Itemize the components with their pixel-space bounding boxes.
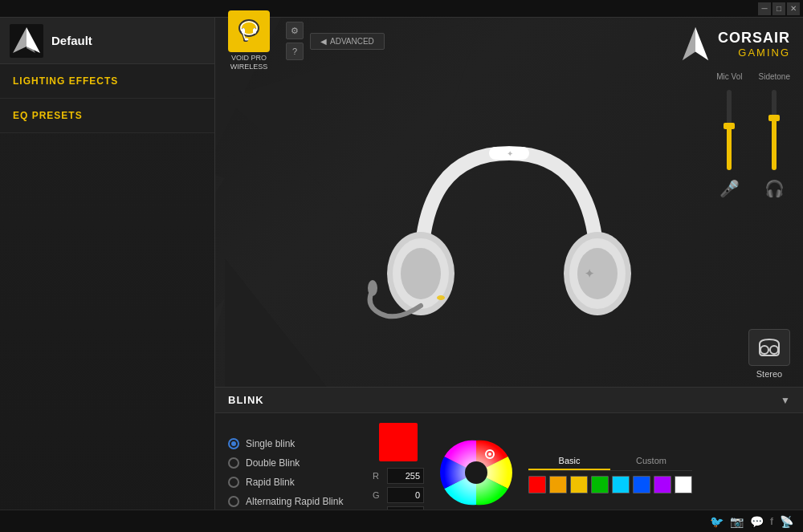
volume-controls: Mic Vol 🎤 Sidetone <box>716 72 790 198</box>
sidetone-track[interactable] <box>772 90 777 170</box>
device-tab-void-pro[interactable]: VOID PRO WIRELESS <box>228 10 270 71</box>
swatch-1[interactable] <box>549 476 567 493</box>
twitter-icon[interactable]: 🐦 <box>710 515 724 528</box>
g-input[interactable] <box>387 487 424 503</box>
title-bar: ─ □ ✕ <box>0 0 803 18</box>
radio-label-alternating: Alternating Rapid Blink <box>246 496 343 507</box>
blink-title: BLINK <box>228 394 264 406</box>
radio-rapid-blink[interactable]: Rapid Blink <box>228 477 357 488</box>
blink-options: Single blink Double Blink Rapid Blink Al… <box>228 423 357 522</box>
radio-label-rapid: Rapid Blink <box>246 477 295 488</box>
color-swatches <box>528 476 692 493</box>
svg-point-29 <box>368 280 377 296</box>
svg-point-39 <box>488 453 491 456</box>
r-label: R <box>373 471 382 481</box>
device-logo <box>10 24 43 58</box>
sidetone-handle[interactable] <box>768 115 780 121</box>
blink-header[interactable]: BLINK ▼ <box>215 388 803 413</box>
corsair-logo-text: CORSAIR GAMING <box>718 30 790 59</box>
sidebar: Default LIGHTING EFFECTS EQ PRESETS <box>0 18 215 532</box>
audio-mode-label: Stereo <box>756 369 782 379</box>
svg-point-32 <box>437 295 445 300</box>
lighting-effects-header[interactable]: LIGHTING EFFECTS <box>0 64 214 98</box>
help-button[interactable]: ? <box>286 43 304 60</box>
sidebar-section-lighting: LIGHTING EFFECTS <box>0 64 214 99</box>
device-tab-label: VOID PRO WIRELESS <box>230 54 268 71</box>
maximize-button[interactable]: □ <box>772 2 785 15</box>
sidetone-fill <box>772 118 777 170</box>
sidetone-label: Sidetone <box>759 72 790 81</box>
mic-vol-label: Mic Vol <box>716 72 742 81</box>
tab-custom[interactable]: Custom <box>610 453 692 470</box>
radio-double-blink[interactable]: Double Blink <box>228 457 357 469</box>
advanced-arrow: ◀ <box>320 37 327 46</box>
radio-circle-alternating <box>228 496 239 507</box>
instagram-icon[interactable]: 📷 <box>730 515 744 528</box>
radio-single-blink[interactable]: Single blink <box>228 438 357 449</box>
main-content: ✦ ✦ Mic Vol <box>215 64 803 532</box>
close-button[interactable]: ✕ <box>787 2 800 15</box>
svg-rect-17 <box>253 28 256 34</box>
sidebar-section-eq: EQ PRESETS <box>0 99 214 133</box>
toolbar-icons: ⚙ ? <box>286 22 304 60</box>
svg-text:✦: ✦ <box>507 149 513 158</box>
svg-rect-16 <box>242 28 245 34</box>
sidetone-control: Sidetone 🎧 <box>759 72 790 198</box>
app-container: Default LIGHTING EFFECTS EQ PRESETS <box>0 18 803 532</box>
swatch-6[interactable] <box>654 476 671 493</box>
svg-point-33 <box>760 346 768 354</box>
g-label: G <box>373 490 382 500</box>
audio-mode-button[interactable]: Stereo <box>748 329 790 379</box>
social-bar: 🐦 📷 💬 f 📡 <box>0 510 803 532</box>
device-tab-icon <box>228 10 270 52</box>
blink-dropdown-arrow: ▼ <box>781 395 790 406</box>
swatch-2[interactable] <box>570 476 588 493</box>
rgb-row-g: G <box>373 487 424 503</box>
radio-circle-single <box>228 438 239 449</box>
mic-icon: 🎤 <box>719 179 740 198</box>
radio-circle-double <box>228 457 239 469</box>
mic-vol-handle[interactable] <box>724 123 735 129</box>
feed-icon[interactable]: 📡 <box>780 515 793 528</box>
mic-vol-track[interactable] <box>727 90 732 170</box>
swatch-7[interactable] <box>675 476 692 493</box>
color-wheel-wrapper <box>440 423 512 522</box>
advanced-button[interactable]: ◀ ADVANCED <box>310 33 385 50</box>
device-name: Default <box>51 34 92 47</box>
minimize-button[interactable]: ─ <box>758 2 771 15</box>
chat-icon[interactable]: 💬 <box>750 515 764 528</box>
swatch-3[interactable] <box>591 476 609 493</box>
facebook-icon[interactable]: f <box>770 516 773 527</box>
svg-point-34 <box>770 346 778 354</box>
tab-basic[interactable]: Basic <box>528 453 610 470</box>
svg-point-27 <box>577 248 618 299</box>
svg-point-19 <box>245 39 249 41</box>
audio-mode-icon <box>748 329 790 366</box>
mic-vol-control: Mic Vol 🎤 <box>716 72 742 198</box>
color-tabs: Basic Custom <box>528 453 692 471</box>
radio-alternating-blink[interactable]: Alternating Rapid Blink <box>228 496 357 507</box>
radio-circle-rapid <box>228 477 239 488</box>
color-preview[interactable] <box>379 423 418 461</box>
color-swatches-section: Basic Custom <box>528 423 692 522</box>
sidetone-icon: 🎧 <box>764 179 785 198</box>
r-input[interactable] <box>387 468 424 484</box>
eq-presets-header[interactable]: EQ PRESETS <box>0 99 214 132</box>
corsair-logo: CORSAIR GAMING <box>679 26 790 62</box>
swatch-4[interactable] <box>612 476 630 493</box>
svg-point-37 <box>465 461 487 484</box>
radio-label-single: Single blink <box>246 438 295 449</box>
svg-point-24 <box>401 248 441 299</box>
mic-vol-fill <box>727 126 732 170</box>
svg-text:✦: ✦ <box>585 267 594 280</box>
rgb-row-r: R <box>373 468 424 484</box>
device-header: Default <box>0 18 214 64</box>
svg-marker-21 <box>683 27 695 60</box>
settings-button[interactable]: ⚙ <box>286 22 304 39</box>
radio-label-double: Double Blink <box>246 457 300 469</box>
swatch-5[interactable] <box>633 476 650 493</box>
color-wheel[interactable] <box>440 437 512 509</box>
svg-marker-20 <box>695 27 708 60</box>
swatch-0[interactable] <box>528 476 546 493</box>
headset-area: ✦ ✦ Mic Vol <box>215 64 803 387</box>
